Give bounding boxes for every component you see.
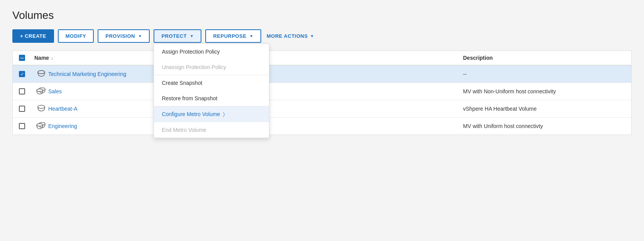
header-desc-col: Description bbox=[463, 55, 625, 61]
protect-label: PROTECT bbox=[161, 33, 187, 39]
table-row: Sales MV with Non-Uniform host connectiv… bbox=[13, 83, 631, 100]
row-2-check-wrap bbox=[19, 88, 34, 94]
more-actions-button[interactable]: MORE ACTIONS ▼ bbox=[265, 30, 316, 42]
row-2-checkbox[interactable] bbox=[19, 88, 25, 94]
dropdown-item-assign-protection[interactable]: Assign Protection Policy bbox=[154, 44, 269, 59]
svg-point-6 bbox=[37, 124, 43, 126]
repurpose-chevron-icon: ▼ bbox=[250, 34, 254, 38]
header-checkbox[interactable] bbox=[19, 55, 25, 61]
row-4-check-wrap bbox=[19, 123, 34, 129]
page-title: Volumes bbox=[12, 9, 632, 22]
volumes-table: Name ↓ Description Technical Marketing E… bbox=[12, 51, 632, 135]
more-actions-chevron-icon: ▼ bbox=[310, 34, 314, 38]
sort-icon[interactable]: ↓ bbox=[51, 56, 53, 60]
repurpose-label: REPURPOSE bbox=[213, 33, 246, 39]
dropdown-item-restore-snapshot[interactable]: Restore from Snapshot bbox=[154, 91, 269, 106]
svg-point-3 bbox=[37, 89, 43, 92]
row-1-checkbox[interactable] bbox=[19, 71, 25, 77]
dropdown-item-unassign-protection: Unassign Protection Policy bbox=[154, 59, 269, 75]
table-row: Technical Marketing Engineering -- bbox=[13, 66, 631, 83]
protect-dropdown-wrapper: PROTECT ▼ Assign Protection Policy Unass… bbox=[154, 29, 201, 43]
cursor-icon: 〉 bbox=[223, 111, 225, 118]
svg-point-1 bbox=[38, 71, 45, 74]
dropdown-item-configure-metro[interactable]: Configure Metro Volume 〉 bbox=[154, 106, 269, 122]
create-button[interactable]: + CREATE bbox=[12, 29, 54, 43]
protect-dropdown-menu: Assign Protection Policy Unassign Protec… bbox=[154, 44, 269, 138]
row-2-volume-icon bbox=[34, 88, 48, 95]
header-check-col bbox=[19, 55, 34, 61]
protect-chevron-icon: ▼ bbox=[190, 34, 194, 38]
page-container: Volumes + CREATE MODIFY PROVISION ▼ PROT… bbox=[0, 0, 644, 241]
more-actions-label: MORE ACTIONS bbox=[267, 33, 308, 39]
row-1-volume-icon bbox=[34, 70, 48, 78]
row-4-desc: MV with Uniform host connectivty bbox=[463, 123, 625, 129]
row-3-check-wrap bbox=[19, 106, 34, 112]
row-4-checkbox[interactable] bbox=[19, 123, 25, 129]
modify-button[interactable]: MODIFY bbox=[58, 29, 94, 43]
row-3-desc: vShpere HA Heartbeat Volume bbox=[463, 106, 625, 112]
dropdown-item-create-snapshot[interactable]: Create Snapshot bbox=[154, 75, 269, 91]
row-1-desc: -- bbox=[463, 71, 625, 77]
row-4-volume-icon bbox=[34, 122, 48, 130]
row-1-check-wrap bbox=[19, 71, 34, 77]
table-row: Heartbeat-A vShpere HA Heartbeat Volume bbox=[13, 100, 631, 118]
table-header: Name ↓ Description bbox=[13, 51, 631, 66]
svg-point-4 bbox=[38, 105, 45, 108]
row-3-volume-icon bbox=[34, 105, 48, 113]
row-2-desc: MV with Non-Uniform host connectivity bbox=[463, 88, 625, 94]
table-row: Engineering MV with Uniform host connect… bbox=[13, 118, 631, 135]
toolbar: + CREATE MODIFY PROVISION ▼ PROTECT ▼ As… bbox=[12, 29, 632, 43]
header-name-label: Name bbox=[34, 55, 49, 61]
repurpose-button[interactable]: REPURPOSE ▼ bbox=[205, 29, 261, 43]
protect-button[interactable]: PROTECT ▼ bbox=[154, 29, 201, 43]
provision-chevron-icon: ▼ bbox=[138, 34, 142, 38]
row-3-checkbox[interactable] bbox=[19, 106, 25, 112]
provision-button[interactable]: PROVISION ▼ bbox=[98, 29, 150, 43]
dropdown-item-end-metro: End Metro Volume bbox=[154, 122, 269, 138]
provision-label: PROVISION bbox=[105, 33, 135, 39]
